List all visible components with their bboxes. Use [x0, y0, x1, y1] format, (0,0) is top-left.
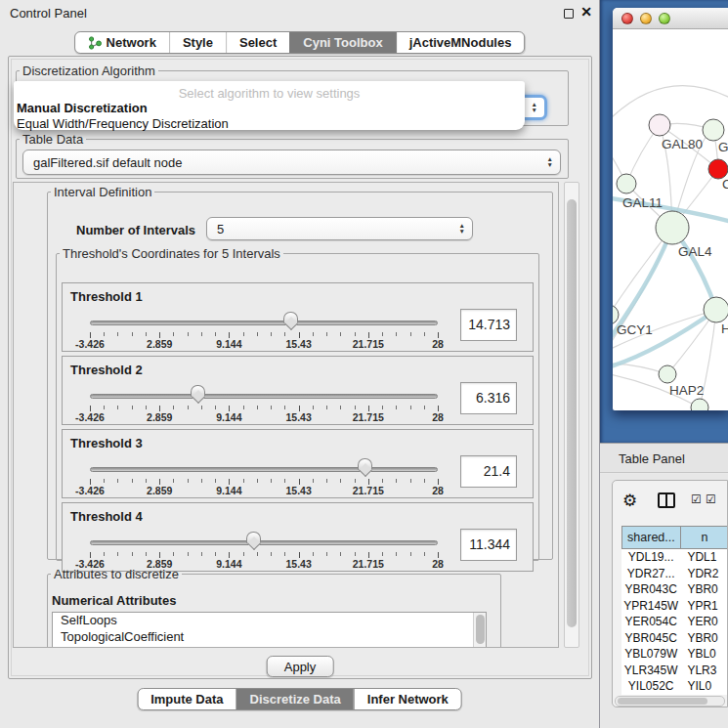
- table-row[interactable]: YDL19...YDL1: [621, 549, 728, 566]
- table-row[interactable]: YBR045CYBR0: [621, 630, 728, 647]
- tab-label: Impute Data: [150, 692, 223, 707]
- columns-icon[interactable]: [658, 492, 675, 508]
- table-row[interactable]: YBL079WYBL0: [621, 646, 728, 663]
- slider-tick: [146, 406, 147, 409]
- number-of-intervals-combobox[interactable]: 5 ▲▼: [206, 217, 473, 240]
- table-row[interactable]: YPR145WYPR1: [621, 598, 728, 615]
- scrollbar-thumb[interactable]: [567, 199, 577, 627]
- discretization-algorithm-group-title: Discretization Algorithm: [20, 64, 158, 78]
- slider-thumb[interactable]: [358, 458, 372, 470]
- deselect-all-checkbox-icon[interactable]: ☑: [706, 492, 716, 506]
- network-edge-thick[interactable]: [613, 310, 716, 368]
- tab-select[interactable]: Select: [226, 32, 289, 53]
- slider-track[interactable]: [90, 467, 438, 472]
- minimize-traffic-light-icon[interactable]: [640, 13, 652, 24]
- network-node-ga[interactable]: [703, 119, 724, 141]
- close-icon[interactable]: ✕: [580, 4, 592, 20]
- slider-track[interactable]: [90, 321, 438, 325]
- zoom-traffic-light-icon[interactable]: [659, 13, 670, 24]
- tab-discretize-data[interactable]: Discretize Data: [236, 689, 354, 709]
- cyni-toolbox-panel: Discretization Algorithm ▲▼ Select algor…: [8, 56, 592, 679]
- table-row[interactable]: YDR27...YDR2: [621, 566, 728, 582]
- slider-track[interactable]: [90, 540, 438, 545]
- threshold-slider[interactable]: -3.4262.8599.14415.4321.71528: [90, 430, 438, 499]
- settings-gear-icon[interactable]: ⚙: [622, 491, 637, 511]
- attribute-list-scrollbar[interactable]: [473, 613, 486, 648]
- attribute-list-item[interactable]: TopologicalCoefficient: [53, 629, 486, 646]
- slider-tick: [117, 479, 118, 483]
- network-node-h[interactable]: [704, 297, 728, 322]
- attribute-list-item[interactable]: BetweennessCentrality: [53, 645, 486, 648]
- table-row[interactable]: YER054CYER0: [621, 614, 728, 630]
- float-window-icon[interactable]: [564, 9, 574, 19]
- network-window-titlebar[interactable]: [613, 8, 728, 29]
- table-horizontal-scrollbar[interactable]: [615, 696, 725, 707]
- table-body: YDL19...YDL1YDR27...YDR2YBR043CYBR0YPR14…: [621, 549, 728, 695]
- slider-tick-label: 21.715: [353, 485, 384, 496]
- table-row[interactable]: YIL052CYIL0: [621, 678, 728, 695]
- network-node-gal11[interactable]: [617, 174, 636, 193]
- network-edge[interactable]: [613, 86, 728, 122]
- thresholds-group-title: Threshold's Coordinates for 5 Intervals: [60, 246, 283, 261]
- threshold-value-field[interactable]: 21.4: [460, 455, 517, 488]
- slider-thumb[interactable]: [191, 385, 205, 397]
- algorithm-item-manual[interactable]: Manual Discretization: [14, 101, 525, 116]
- network-desktop: GAL80GACGAL11GAL4GCY1HHAP2: [600, 0, 728, 443]
- slider-tick-label: 28: [432, 411, 444, 423]
- select-all-checkbox-icon[interactable]: ☑: [691, 492, 702, 506]
- slider-tick: [326, 552, 327, 556]
- threshold-slider[interactable]: -3.4262.8599.14415.4321.71528: [90, 283, 438, 353]
- slider-tick: [355, 332, 356, 336]
- threshold-slider[interactable]: -3.4262.8599.14415.4321.71528: [90, 503, 438, 573]
- slider-tick: [382, 479, 383, 483]
- slider-tick: [396, 552, 397, 556]
- table-panel: ⚙ ☑ ☑ shared...n YDL19...YDL1YDR27...YDR…: [600, 474, 728, 728]
- threshold-value-field[interactable]: 11.344: [460, 529, 517, 561]
- slider-tick: [340, 406, 341, 409]
- settings-vertical-scrollbar[interactable]: [564, 182, 579, 648]
- threshold-value-field[interactable]: 14.713: [460, 309, 517, 341]
- slider-tick: [410, 479, 411, 483]
- tab-network[interactable]: Network: [75, 32, 169, 53]
- slider-tick: [313, 406, 314, 409]
- tab-cyni-toolbox[interactable]: Cyni Toolbox: [289, 32, 395, 53]
- table-row[interactable]: YLR345WYLR3: [621, 663, 728, 679]
- tab-style[interactable]: Style: [169, 32, 226, 53]
- network-node-gal80[interactable]: [649, 114, 670, 136]
- network-node-gal4[interactable]: [656, 211, 689, 244]
- close-traffic-light-icon[interactable]: [621, 13, 633, 24]
- tab-impute-data[interactable]: Impute Data: [138, 689, 236, 709]
- table-cell: YIL052C: [621, 678, 680, 695]
- table-row[interactable]: YBR043CYBR0: [621, 581, 728, 598]
- network-node[interactable]: [691, 399, 708, 410]
- slider-tick: [326, 332, 327, 336]
- slider-thumb[interactable]: [283, 312, 298, 323]
- attribute-list-item[interactable]: SelfLoops: [53, 613, 486, 629]
- table-column-header[interactable]: n: [681, 526, 728, 549]
- apply-button[interactable]: Apply: [267, 656, 334, 677]
- table-data-combobox[interactable]: galFiltered.sif default node ▲▼: [22, 150, 561, 175]
- network-graph-canvas[interactable]: GAL80GACGAL11GAL4GCY1HHAP2: [613, 29, 728, 410]
- slider-tick: [146, 479, 147, 483]
- scrollbar-thumb[interactable]: [618, 698, 707, 705]
- slider-tick-label: 9.144: [216, 411, 241, 423]
- slider-tick: [396, 406, 397, 409]
- network-node-c[interactable]: [708, 159, 728, 179]
- thresholds-group: Threshold's Coordinates for 5 Intervals …: [56, 246, 539, 561]
- threshold-value-field[interactable]: 6.316: [460, 382, 517, 414]
- table-column-header[interactable]: shared...: [621, 526, 681, 549]
- tab-jactivemnodules[interactable]: jActiveMNodules: [396, 32, 525, 53]
- slider-tick: [117, 406, 118, 409]
- slider-thumb[interactable]: [246, 532, 261, 543]
- threshold-slider[interactable]: -3.4262.8599.14415.4321.71528: [90, 357, 438, 426]
- algorithm-placeholder-item[interactable]: Select algorithm to view settings: [14, 86, 525, 101]
- tab-infer-network[interactable]: Infer Network: [354, 689, 461, 709]
- network-node-hap2[interactable]: [659, 365, 676, 383]
- slider-tick: [326, 406, 327, 409]
- algorithm-item-equal-width[interactable]: Equal Width/Frequency Discretization: [14, 116, 525, 132]
- network-node-gcy1[interactable]: [613, 305, 619, 324]
- slider-tick: [188, 552, 189, 556]
- slider-tick: [257, 332, 258, 336]
- slider-tick-label: -3.426: [75, 338, 105, 350]
- slider-track[interactable]: [90, 394, 438, 399]
